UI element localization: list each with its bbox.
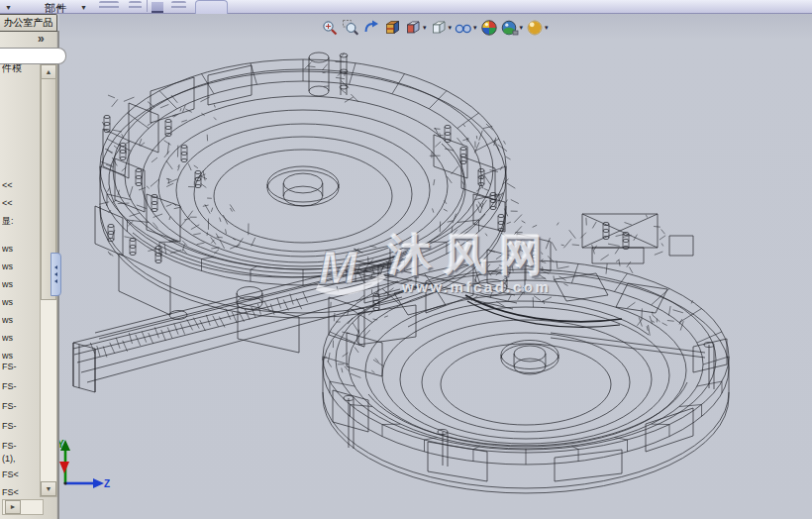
wireframe-edge xyxy=(151,179,159,187)
wireframe-edge xyxy=(441,344,611,425)
scroll-down-button[interactable]: ▼ xyxy=(41,481,56,496)
wireframe-edge xyxy=(108,95,115,98)
wireframe-edge xyxy=(181,145,187,148)
wireframe-edge xyxy=(223,215,227,225)
wireframe-edge xyxy=(371,301,379,307)
wireframe-edge xyxy=(160,104,168,107)
wireframe-edge xyxy=(296,298,301,309)
tree-item[interactable]: FS- xyxy=(2,381,40,391)
toolbar-button-fragment[interactable] xyxy=(129,1,142,11)
dropdown-arrow-icon[interactable]: ▼ xyxy=(80,4,87,11)
wireframe-edge xyxy=(130,245,136,248)
dropdown-arrow-icon[interactable]: ▾ xyxy=(520,24,524,32)
tree-item[interactable]: 件模 xyxy=(2,63,40,73)
toolbar-tab[interactable] xyxy=(195,0,228,14)
wireframe-edge xyxy=(226,229,227,234)
hide-show-items-button[interactable]: ▾ xyxy=(455,19,477,37)
edit-appearance-button[interactable] xyxy=(480,19,498,37)
wireframe-edge xyxy=(646,215,647,218)
wireframe-edge xyxy=(108,188,110,192)
scroll-up-button[interactable]: ▲ xyxy=(41,64,56,79)
tree-item[interactable]: FS- xyxy=(2,441,40,451)
wireframe-edge xyxy=(207,233,208,236)
wireframe-edge xyxy=(180,324,184,335)
dropdown-arrow-icon[interactable]: ▼ xyxy=(5,4,12,11)
tree-item[interactable]: ws xyxy=(2,333,40,343)
toolbar-button-fragment[interactable] xyxy=(171,1,186,11)
wireframe-edge xyxy=(452,166,458,174)
expand-panel-button[interactable]: » xyxy=(38,32,45,46)
wireframe-edge xyxy=(148,102,154,108)
command-group-label[interactable]: 部件 xyxy=(28,1,83,16)
wireframe-edge xyxy=(155,246,161,249)
dropdown-arrow-icon[interactable]: ▼ xyxy=(56,4,63,11)
wireframe-edge xyxy=(109,147,485,277)
dropdown-arrow-icon[interactable]: ▾ xyxy=(423,24,427,32)
previous-view-button[interactable] xyxy=(362,19,380,37)
tree-item[interactable]: FS< xyxy=(2,469,40,479)
toolbar-icon-fragment[interactable] xyxy=(152,2,163,13)
horizontal-scrollbar[interactable]: ► xyxy=(2,499,44,515)
wireframe-edge xyxy=(355,347,358,353)
dropdown-arrow-icon[interactable]: ▾ xyxy=(449,24,453,32)
wireframe-edge xyxy=(507,183,515,188)
tree-item[interactable]: ws xyxy=(2,261,40,271)
wireframe-edge xyxy=(239,311,245,322)
display-style-button[interactable]: ▾ xyxy=(430,19,453,37)
wireframe-edge xyxy=(181,152,187,155)
wireframe-edge xyxy=(104,115,110,118)
wireframe-edge xyxy=(515,239,523,246)
wireframe-edge xyxy=(125,142,130,145)
wireframe-edge xyxy=(290,294,293,305)
tree-item[interactable]: ws xyxy=(2,351,40,361)
section-view-button[interactable] xyxy=(383,19,401,37)
tree-item[interactable]: FS- xyxy=(2,401,40,411)
tree-item[interactable]: FS- xyxy=(2,362,40,371)
dropdown-arrow-icon[interactable]: ▾ xyxy=(545,24,549,32)
wireframe-edge xyxy=(351,373,361,377)
wireframe-edge xyxy=(202,257,215,259)
tree-item[interactable]: ws xyxy=(2,279,40,289)
wireframe-edge xyxy=(151,77,194,123)
wireframe-edge xyxy=(171,95,177,103)
apply-scene-button[interactable]: ▾ xyxy=(501,19,524,37)
wireframe-edge xyxy=(473,194,505,232)
wireframe-edge xyxy=(155,260,161,262)
zoom-to-fit-button[interactable] xyxy=(321,19,339,37)
wireframe-edge xyxy=(232,312,237,323)
wireframe-edge xyxy=(336,77,345,78)
graphics-viewport[interactable]: ▾▾▾▾▾ M 沐风网 www.mfcad.com xyxy=(59,14,812,519)
tree-item[interactable]: << xyxy=(2,180,40,190)
tab-office-products[interactable]: 办公室产品 xyxy=(0,14,57,32)
toolbar-button-fragment[interactable] xyxy=(99,1,119,11)
zoom-to-area-icon xyxy=(342,19,359,37)
wireframe-edge xyxy=(592,222,596,229)
panel-splitter-handle[interactable] xyxy=(51,253,61,296)
tree-item[interactable]: (1), xyxy=(2,454,40,464)
scroll-right-button[interactable]: ► xyxy=(5,500,21,514)
wireframe-edge xyxy=(661,244,663,247)
wireframe-edge xyxy=(345,97,354,102)
wireframe-edge xyxy=(461,181,463,185)
wireframe-edge xyxy=(74,275,396,355)
tree-item[interactable]: ws xyxy=(2,244,40,254)
wireframe-edge xyxy=(180,108,181,111)
wireframe-edge xyxy=(230,208,232,212)
tree-item[interactable]: FS< xyxy=(2,487,40,497)
wireframe-edge xyxy=(267,166,339,202)
wireframe-edge xyxy=(506,222,510,224)
wireframe-edge xyxy=(512,265,513,271)
view-orientation-button[interactable]: ▾ xyxy=(404,19,427,37)
tree-item[interactable]: FS- xyxy=(2,421,40,431)
tree-item[interactable]: 显: xyxy=(2,216,40,226)
wireframe-edge xyxy=(124,97,135,101)
view-settings-button[interactable]: ▾ xyxy=(526,19,549,37)
tree-item[interactable]: << xyxy=(2,198,40,208)
wireframe-edge xyxy=(523,287,527,292)
wireframe-edge xyxy=(526,288,531,293)
zoom-to-area-button[interactable] xyxy=(342,19,359,37)
dropdown-arrow-icon[interactable]: ▾ xyxy=(473,24,477,32)
tree-item[interactable]: ws xyxy=(2,315,40,325)
wireframe-edge xyxy=(167,327,172,338)
tree-item[interactable]: ws xyxy=(2,297,40,307)
